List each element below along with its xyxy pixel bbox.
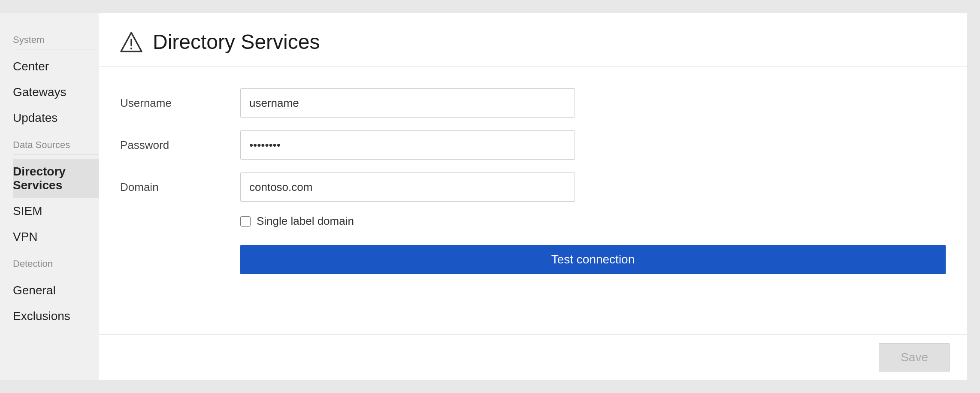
password-row: Password — [120, 130, 946, 160]
sidebar-item-updates[interactable]: Updates — [13, 105, 99, 131]
form-area: Username Password Domain Single label do… — [99, 67, 967, 334]
username-label: Username — [120, 97, 240, 110]
username-input[interactable] — [240, 88, 575, 118]
sidebar-item-general[interactable]: General — [13, 278, 99, 303]
bottom-bar: Save — [99, 334, 967, 380]
warning-triangle-icon — [120, 31, 142, 53]
system-section-label: System — [13, 34, 99, 49]
detection-section-label: Detection — [13, 258, 99, 273]
data-sources-section-label: Data Sources — [13, 139, 99, 154]
domain-label: Domain — [120, 181, 240, 194]
sidebar-item-vpn[interactable]: VPN — [13, 224, 99, 250]
sidebar-item-center[interactable]: Center — [13, 54, 99, 79]
sidebar: System Center Gateways Updates Data Sour… — [0, 13, 99, 380]
page-header: Directory Services — [99, 13, 967, 67]
test-connection-button[interactable]: Test connection — [240, 245, 946, 274]
sidebar-item-gateways[interactable]: Gateways — [13, 79, 99, 105]
domain-row: Domain — [120, 172, 946, 202]
domain-input[interactable] — [240, 172, 575, 202]
sidebar-item-siem[interactable]: SIEM — [13, 198, 99, 224]
save-button[interactable]: Save — [879, 343, 950, 372]
sidebar-item-exclusions[interactable]: Exclusions — [13, 303, 99, 329]
single-label-domain-checkbox[interactable] — [240, 216, 251, 227]
main-content: Directory Services Username Password Dom… — [99, 13, 967, 380]
page-title: Directory Services — [153, 30, 320, 54]
username-row: Username — [120, 88, 946, 118]
svg-point-2 — [130, 47, 132, 49]
single-label-domain-label: Single label domain — [257, 215, 354, 228]
single-label-domain-row: Single label domain — [240, 215, 946, 228]
password-label: Password — [120, 139, 240, 152]
sidebar-item-directory-services[interactable]: Directory Services — [13, 159, 99, 198]
password-input[interactable] — [240, 130, 575, 160]
